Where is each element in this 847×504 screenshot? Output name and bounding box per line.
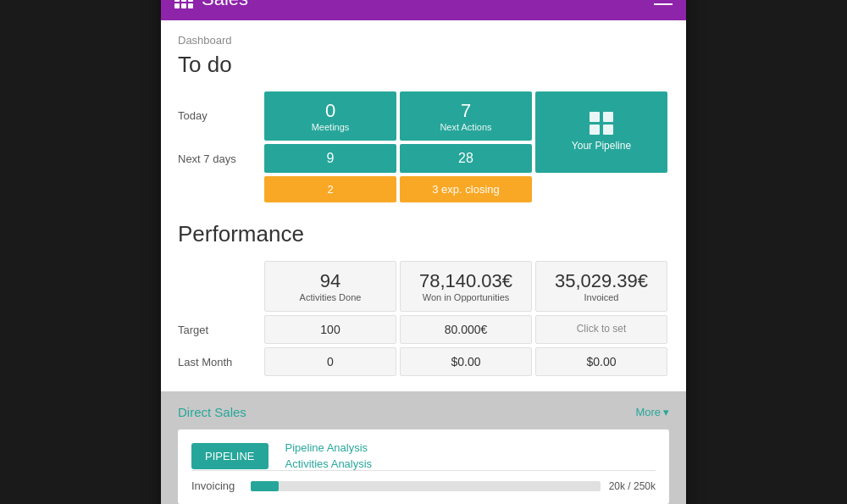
invoiced-last-month: $0.00 bbox=[535, 347, 667, 376]
activities-header-card[interactable]: 94 Activities Done bbox=[264, 261, 396, 312]
direct-sales-title[interactable]: Direct Sales bbox=[178, 405, 246, 419]
activities-analysis-link[interactable]: Activities Analysis bbox=[285, 457, 373, 470]
target-label: Target bbox=[178, 313, 263, 346]
invoiced-label: Invoiced bbox=[543, 292, 660, 302]
invoiced-header-card[interactable]: 35,029.39€ Invoiced bbox=[535, 261, 667, 312]
pipeline-card[interactable]: Your Pipeline bbox=[535, 91, 667, 173]
hamburger-icon[interactable] bbox=[654, 0, 673, 5]
orange-actions-card[interactable]: 2 bbox=[264, 176, 396, 202]
chevron-down-icon: ▾ bbox=[663, 406, 669, 418]
today-label: Today bbox=[178, 90, 263, 142]
meetings-next-card[interactable]: 9 bbox=[264, 144, 396, 173]
header-left: Sales bbox=[174, 0, 248, 10]
main-content: Dashboard To do Today 0 Meetings 7 Next … bbox=[161, 20, 686, 392]
orange-pipeline-card[interactable]: 3 exp. closing bbox=[400, 176, 532, 202]
actions-today-label: Next Actions bbox=[407, 122, 525, 132]
progress-bar-container bbox=[251, 481, 601, 491]
won-num: 78,140.03€ bbox=[407, 270, 524, 292]
perf-empty bbox=[180, 261, 261, 312]
header: Sales bbox=[161, 0, 686, 20]
pipeline-row: PIPELINE Pipeline Analysis Activities An… bbox=[191, 441, 656, 470]
pipeline-grid-icon bbox=[590, 112, 613, 135]
todo-section-title: To do bbox=[178, 52, 669, 78]
invoicing-label: Invoicing bbox=[191, 479, 242, 492]
more-label: More bbox=[635, 406, 661, 418]
next7-label: Next 7 days bbox=[178, 142, 263, 174]
app-title: Sales bbox=[202, 0, 248, 10]
pipeline-links: Pipeline Analysis Activities Analysis bbox=[285, 441, 373, 470]
perf-section-title: Performance bbox=[178, 221, 669, 247]
invoiced-num: 35,029.39€ bbox=[543, 270, 660, 292]
activities-target: 100 bbox=[264, 315, 396, 344]
actions-today-card[interactable]: 7 Next Actions bbox=[400, 91, 532, 141]
won-target: 80.000€ bbox=[400, 315, 532, 344]
perf-grid: 94 Activities Done 78,140.03€ Won in Opp… bbox=[178, 259, 669, 378]
activities-last-month: 0 bbox=[264, 347, 396, 376]
activities-label: Activities Done bbox=[272, 292, 389, 302]
won-last-month: $0.00 bbox=[400, 347, 532, 376]
progress-bar-fill bbox=[251, 481, 279, 491]
pipeline-analysis-link[interactable]: Pipeline Analysis bbox=[285, 441, 373, 454]
last-month-label: Last Month bbox=[178, 346, 263, 378]
actions-today-num: 7 bbox=[407, 100, 525, 122]
invoicing-value: 20k / 250k bbox=[609, 480, 656, 492]
meetings-today-label: Meetings bbox=[271, 122, 390, 132]
activities-num: 94 bbox=[272, 270, 389, 292]
more-link[interactable]: More ▾ bbox=[635, 406, 669, 418]
meetings-today-card[interactable]: 0 Meetings bbox=[264, 91, 396, 141]
grid-icon[interactable] bbox=[174, 0, 193, 8]
invoicing-row: Invoicing 20k / 250k bbox=[191, 470, 656, 492]
empty-1 bbox=[180, 176, 261, 202]
todo-grid: Today 0 Meetings 7 Next Actions Your Pip… bbox=[178, 90, 669, 204]
bottom-header: Direct Sales More ▾ bbox=[178, 405, 669, 419]
bottom-section: Direct Sales More ▾ PIPELINE Pipeline An… bbox=[161, 391, 686, 504]
won-header-card[interactable]: 78,140.03€ Won in Opportunities bbox=[400, 261, 532, 312]
app-container: Sales Dashboard To do Today 0 Meetings 7… bbox=[161, 0, 686, 504]
pipeline-bottom-card: PIPELINE Pipeline Analysis Activities An… bbox=[178, 429, 669, 504]
breadcrumb: Dashboard bbox=[178, 34, 669, 47]
pipeline-label: Your Pipeline bbox=[572, 140, 631, 152]
pipeline-button[interactable]: PIPELINE bbox=[191, 443, 268, 469]
invoiced-target-link[interactable]: Click to set bbox=[535, 315, 667, 344]
won-label: Won in Opportunities bbox=[407, 292, 524, 302]
meetings-today-num: 0 bbox=[271, 100, 390, 122]
actions-next-card[interactable]: 28 bbox=[400, 144, 532, 173]
